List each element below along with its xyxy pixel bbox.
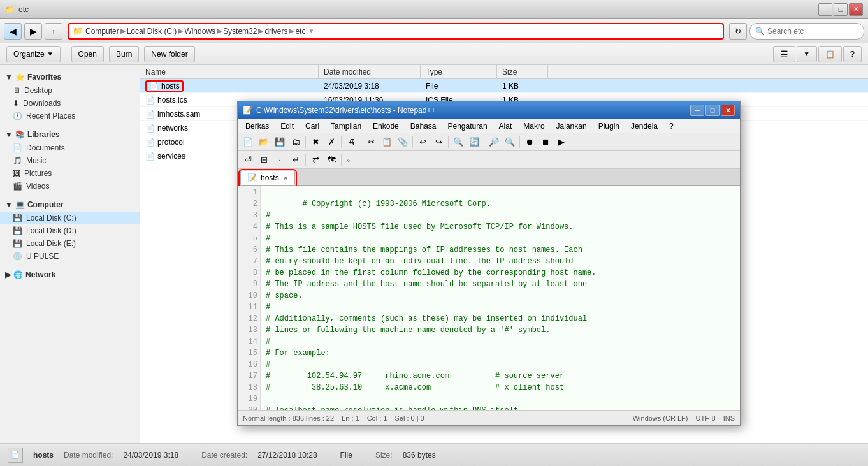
sidebar-item-local-disk-c[interactable]: 💾 Local Disk (C:) xyxy=(0,212,140,224)
organize-button[interactable]: Organize ▼ xyxy=(6,46,61,62)
pictures-icon: 🖼 xyxy=(13,169,20,178)
organize-label: Organize xyxy=(13,50,45,59)
breadcrumb-localdisk[interactable]: Local Disk (C:) xyxy=(127,27,177,36)
new-folder-label: New folder xyxy=(151,50,187,59)
npp-cut-btn[interactable]: ✂ xyxy=(363,135,379,149)
npp-replace-btn[interactable]: 🔄 xyxy=(467,135,482,149)
npp-toolbar-2: ⏎ ⊞ · ↵ ⇄ 🗺 » xyxy=(238,151,740,169)
sidebar-item-recent-places[interactable]: 🕐 Recent Places xyxy=(0,110,140,122)
breadcrumb-drivers[interactable]: drivers xyxy=(264,27,287,36)
minimize-button[interactable]: ─ xyxy=(818,3,832,16)
npp-undo-btn[interactable]: ↩ xyxy=(415,135,430,149)
network-section-header[interactable]: ▶ 🌐 Network xyxy=(0,268,140,282)
npp-maximize-button[interactable]: □ xyxy=(705,105,720,116)
sidebar-item-documents[interactable]: 📄 Documents xyxy=(0,142,140,154)
npp-map-btn[interactable]: 🗺 xyxy=(324,153,339,167)
menu-pengaturan[interactable]: Pengaturan xyxy=(443,120,493,132)
sidebar-item-local-disk-e[interactable]: 💾 Local Disk (E:) xyxy=(0,237,140,250)
sidebar-item-local-disk-d[interactable]: 💾 Local Disk (D:) xyxy=(0,224,140,237)
menu-edit[interactable]: Edit xyxy=(275,120,299,132)
sidebar-item-videos[interactable]: 🎬 Videos xyxy=(0,180,140,193)
npp-print-btn[interactable]: 🖨 xyxy=(344,135,359,149)
burn-button[interactable]: Burn xyxy=(109,46,139,62)
new-folder-button[interactable]: New folder xyxy=(144,46,194,62)
menu-jendela[interactable]: Jendela xyxy=(626,120,663,132)
preview-pane-button[interactable]: 📋 xyxy=(818,46,842,62)
sidebar-item-downloads[interactable]: ⬇ Downloads xyxy=(0,97,140,110)
view-details-button[interactable]: ☰ xyxy=(773,46,795,62)
maximize-button[interactable]: □ xyxy=(834,3,848,16)
address-bar-container: 📁 Computer ▶ Local Disk (C:) ▶ Windows ▶… xyxy=(68,23,724,40)
protocol-icon: 📄 xyxy=(145,138,155,147)
col-header-name[interactable]: Name xyxy=(140,65,319,78)
refresh-button[interactable]: ↻ xyxy=(729,23,747,40)
favorites-section-header[interactable]: ▼ ⭐ Favorites xyxy=(0,70,140,84)
breadcrumb-system32[interactable]: System32 xyxy=(223,27,257,36)
local-disk-e-icon: 💾 xyxy=(13,239,22,248)
npp-redo-btn[interactable]: ↪ xyxy=(431,135,446,149)
npp-tab-close-icon[interactable]: ✕ xyxy=(283,175,288,182)
npp-zoom-in-btn[interactable]: 🔎 xyxy=(486,135,502,149)
menu-alat[interactable]: Alat xyxy=(494,120,517,132)
npp-open-btn[interactable]: 📂 xyxy=(256,135,271,149)
npp-whitespace-btn[interactable]: · xyxy=(272,153,287,167)
menu-makro[interactable]: Makro xyxy=(518,120,549,132)
sidebar-item-music[interactable]: 🎵 Music xyxy=(0,154,140,167)
npp-close-all-btn[interactable]: ✗ xyxy=(324,135,339,149)
file-row-hosts[interactable]: 📄 hosts 24/03/2019 3:18 File 1 KB xyxy=(140,79,868,93)
npp-paste-btn[interactable]: 📎 xyxy=(395,135,410,149)
menu-tampilan[interactable]: Tampilan xyxy=(326,120,366,132)
libraries-section-header[interactable]: ▼ 📚 Libraries xyxy=(0,127,140,142)
menu-plugin[interactable]: Plugin xyxy=(593,120,625,132)
npp-macro-record-btn[interactable]: ⏺ xyxy=(522,135,537,149)
npp-editor[interactable]: # Copyright (c) 1993-2006 Microsoft Corp… xyxy=(261,186,740,410)
npp-macro-play-btn[interactable]: ▶ xyxy=(554,135,569,149)
npp-save-all-btn[interactable]: 🗂 xyxy=(288,135,303,149)
npp-minimize-button[interactable]: ─ xyxy=(690,105,704,116)
sidebar-item-u-pulse[interactable]: 💿 U PULSE xyxy=(0,250,140,263)
view-dropdown-button[interactable]: ▼ xyxy=(797,46,817,62)
npp-status-ln: Ln : 1 xyxy=(342,414,359,422)
menu-enkode[interactable]: Enkode xyxy=(368,120,404,132)
col-header-date[interactable]: Date modified xyxy=(319,65,421,78)
up-button[interactable]: ↑ xyxy=(45,23,62,40)
search-input[interactable] xyxy=(767,27,857,36)
col-header-size[interactable]: Size xyxy=(497,65,548,78)
npp-macro-stop-btn[interactable]: ⏹ xyxy=(538,135,553,149)
breadcrumb-windows[interactable]: Windows xyxy=(184,27,215,36)
npp-status-sel: Sel : 0 | 0 xyxy=(394,414,424,422)
menu-berkas[interactable]: Berkas xyxy=(240,120,274,132)
sidebar-item-pictures[interactable]: 🖼 Pictures xyxy=(0,167,140,180)
close-button[interactable]: ✕ xyxy=(849,3,863,16)
status-type-label: File xyxy=(340,451,352,460)
menu-bahasa[interactable]: Bahasa xyxy=(405,120,442,132)
help-button[interactable]: ? xyxy=(843,46,862,62)
hosts-ics-filename: hosts.ics xyxy=(157,96,187,105)
npp-eol-btn[interactable]: ↵ xyxy=(288,153,303,167)
col-header-type[interactable]: Type xyxy=(421,65,497,78)
npp-close-file-btn[interactable]: ✖ xyxy=(308,135,323,149)
npp-tab-hosts[interactable]: 📝 hosts ✕ xyxy=(240,171,295,185)
open-button[interactable]: Open xyxy=(71,46,104,62)
menu-help[interactable]: ? xyxy=(664,120,679,132)
npp-close-button[interactable]: ✕ xyxy=(721,105,735,116)
sidebar-item-desktop[interactable]: 🖥 Desktop xyxy=(0,84,140,97)
computer-section-header[interactable]: ▼ 💻 Computer xyxy=(0,198,140,212)
breadcrumb-computer[interactable]: Computer xyxy=(85,27,119,36)
back-button[interactable]: ◀ xyxy=(4,23,22,40)
forward-button[interactable]: ▶ xyxy=(24,23,42,40)
local-disk-c-icon: 💾 xyxy=(13,214,22,222)
npp-find-btn[interactable]: 🔍 xyxy=(451,135,466,149)
npp-sync-btn[interactable]: ⇄ xyxy=(308,153,323,167)
menu-cari[interactable]: Cari xyxy=(300,120,324,132)
local-disk-d-icon: 💾 xyxy=(13,226,22,235)
music-label: Music xyxy=(26,156,46,165)
npp-new-btn[interactable]: 📄 xyxy=(240,135,256,149)
npp-save-btn[interactable]: 💾 xyxy=(272,135,287,149)
npp-zoom-out-btn[interactable]: 🔍 xyxy=(502,135,517,149)
npp-copy-btn[interactable]: 📋 xyxy=(379,135,394,149)
npp-wordwrap-btn[interactable]: ⏎ xyxy=(240,153,256,167)
breadcrumb-etc[interactable]: etc xyxy=(295,27,305,36)
npp-indent-guide-btn[interactable]: ⊞ xyxy=(256,153,271,167)
menu-jalankan[interactable]: Jalankan xyxy=(551,120,592,132)
